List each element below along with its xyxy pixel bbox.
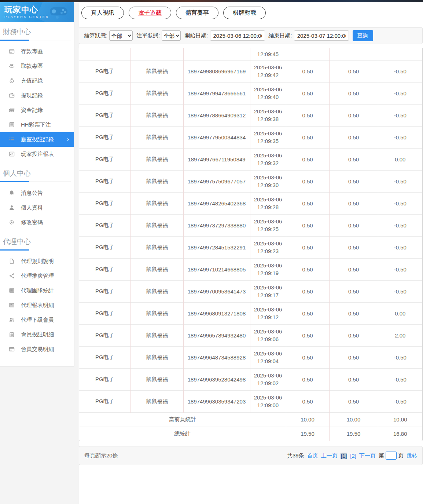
first-page-link[interactable]: 首页: [307, 452, 318, 459]
valid-bet-cell: 0.50: [329, 148, 378, 170]
sidebar-item-cashout-record[interactable]: 提現記錄: [0, 88, 74, 103]
table-row: PG电子鼠鼠福福18974996303593472032025-03-0612:…: [79, 390, 422, 412]
table-row: PG电子鼠鼠福福18974996487345889282025-03-0612:…: [79, 346, 422, 368]
bet-amount-cell: 0.50: [286, 192, 329, 214]
player-cell: 鼠鼠福福: [130, 280, 183, 302]
sidebar-item-agent-team-stats[interactable]: 代理團隊統計: [0, 283, 74, 298]
time-cell: 2025-03-0612:09:32: [250, 148, 286, 170]
settle-status-select[interactable]: 全部: [109, 30, 133, 41]
page-subtitle: PLAYERS CENTER: [4, 15, 74, 19]
winloss-cell: -0.50: [378, 258, 422, 280]
table-row: PG电子鼠鼠福福18974997009536414732025-03-0612:…: [79, 280, 422, 302]
sidebar-item-lottery-bet[interactable]: HH彩票下注: [0, 117, 74, 132]
end-date-input[interactable]: [294, 30, 349, 41]
table-row: PG电子鼠鼠福福18974996809132718082025-03-0612:…: [79, 302, 422, 324]
table-row: PG电子鼠鼠福福18974997886649093122025-03-0612:…: [79, 104, 422, 126]
platform-cell: [79, 48, 130, 60]
gamepad-icon: [48, 5, 69, 19]
summary-valid-cell: 19.50: [329, 427, 378, 441]
time-cell: 2025-03-0612:09:30: [250, 170, 286, 192]
page-link-2[interactable]: [2]: [350, 453, 356, 459]
player-cell: 鼠鼠福福: [130, 390, 183, 412]
prev-page-link[interactable]: 上一页: [321, 452, 338, 459]
sidebar-item-funds-record[interactable]: 資金記錄: [0, 103, 74, 117]
tab-category[interactable]: 真人視訊: [81, 7, 124, 19]
winloss-cell: 0.00: [378, 302, 422, 324]
sidebar-item-agent-rules-doc[interactable]: 代理規則說明: [0, 254, 74, 269]
valid-bet-cell: 0.50: [329, 302, 378, 324]
sidebar-item-recharge-record[interactable]: 充值記錄: [0, 73, 74, 88]
sidebar-item-label: 代理下級會員: [21, 317, 54, 324]
bet-amount-cell: [286, 48, 329, 60]
sidebar-item-label: 代理推廣管理: [21, 273, 54, 280]
sidebar-item-deposit-card[interactable]: 存款專區: [0, 44, 74, 59]
page-link-1[interactable]: [1]: [341, 453, 347, 459]
jump-suffix-label: 页: [398, 452, 404, 459]
tab-category[interactable]: 棋牌對戰: [223, 7, 266, 19]
room-bet-records-icon: [9, 136, 15, 142]
next-page-link[interactable]: 下一页: [359, 452, 376, 459]
sidebar-item-label: 存款專區: [21, 48, 43, 55]
tab-active-category[interactable]: 電子遊藝: [129, 7, 171, 19]
valid-bet-cell: 0.50: [329, 258, 378, 280]
winloss-cell: -0.50: [378, 346, 422, 368]
bet-amount-cell: 0.50: [286, 346, 329, 368]
sidebar-section: 個人中心消息公告個人資料修改密碼: [0, 169, 74, 230]
sidebar-item-profile-person[interactable]: 個人資料: [0, 200, 74, 215]
order-id-cell: 1897499808696967169: [183, 60, 250, 82]
sidebar-item-password-gear[interactable]: 修改密碼: [0, 215, 74, 230]
order-id-cell: [183, 48, 250, 60]
winloss-cell: -0.50: [378, 236, 422, 258]
sidebar-item-room-bet-records[interactable]: 廳室投註記錄›: [0, 132, 74, 147]
search-button[interactable]: 查詢: [353, 30, 373, 41]
top-banner-strip: [0, 0, 423, 2]
tab-category[interactable]: 體育賽事: [176, 7, 218, 19]
sidebar-item-agent-report-detail[interactable]: 代理報表明細: [0, 298, 74, 313]
bet-amount-cell: 0.50: [286, 324, 329, 346]
sidebar-panel: 玩家中心 PLAYERS CENTER 財務中心存款專區取款專區充值記錄提現記錄…: [0, 2, 74, 366]
sidebar-item-label: 代理報表明細: [21, 302, 54, 309]
sidebar-item-agent-members[interactable]: 代理下級會員: [0, 313, 74, 327]
player-cell: 鼠鼠福福: [130, 368, 183, 390]
sidebar-item-member-bet-detail[interactable]: 會員投註明細: [0, 327, 74, 342]
sidebar-item-label: 消息公告: [21, 190, 43, 197]
section-title: 代理中心: [0, 237, 74, 246]
player-cell: 鼠鼠福福: [130, 60, 183, 82]
jump-button[interactable]: 跳转: [407, 452, 418, 459]
order-status-select[interactable]: 全部: [162, 30, 181, 41]
bet-amount-cell: 0.50: [286, 170, 329, 192]
summary-label-cell: 總統計: [79, 427, 286, 441]
page-jump-input[interactable]: [386, 452, 397, 460]
order-id-cell: 1897499757509677057: [183, 170, 250, 192]
winloss-cell: -0.50: [378, 104, 422, 126]
time-cell: 2025-03-0612:09:00: [250, 390, 286, 412]
platform-cell: PG电子: [79, 346, 130, 368]
sidebar-item-announcement-bell[interactable]: 消息公告: [0, 186, 74, 200]
valid-bet-cell: 0.50: [329, 280, 378, 302]
bet-amount-cell: 0.50: [286, 60, 329, 82]
winloss-cell: -0.50: [378, 368, 422, 390]
sidebar: 玩家中心 PLAYERS CENTER 財務中心存款專區取款專區充值記錄提現記錄…: [0, 0, 79, 504]
player-cell: 鼠鼠福福: [130, 214, 183, 236]
time-cell: 2025-03-0612:09:12: [250, 302, 286, 324]
sidebar-item-label: 玩家投注報表: [21, 151, 54, 158]
order-id-cell: 1897499639528042498: [183, 368, 250, 390]
player-cell: 鼠鼠福福: [130, 346, 183, 368]
time-cell: 2025-03-0612:09:40: [250, 82, 286, 104]
pager: 共39条首页上一页[1][2]下一页第页跳转: [287, 452, 418, 460]
bet-amount-cell: 0.50: [286, 214, 329, 236]
sidebar-item-withdraw-hand[interactable]: 取款專區: [0, 59, 74, 73]
sidebar-item-agent-promo-share[interactable]: 代理推廣管理: [0, 269, 74, 283]
sidebar-item-label: 代理團隊統計: [21, 287, 54, 294]
bet-records-table: 12:09:45PG电子鼠鼠福福18974998086969671692025-…: [79, 48, 423, 441]
sidebar-item-player-report[interactable]: 玩家投注報表: [0, 147, 74, 161]
order-id-cell: 1897499788664909312: [183, 104, 250, 126]
platform-cell: PG电子: [79, 214, 130, 236]
order-id-cell: 1897499748265402368: [183, 192, 250, 214]
game-category-tabs: 真人視訊電子遊藝體育賽事棋牌對戰: [81, 7, 423, 19]
start-date-input[interactable]: [210, 30, 265, 41]
platform-cell: PG电子: [79, 280, 130, 302]
chevron-right-icon: ›: [67, 136, 69, 142]
sidebar-item-member-transaction[interactable]: 會員交易明細: [0, 342, 74, 357]
bet-amount-cell: 0.50: [286, 390, 329, 412]
